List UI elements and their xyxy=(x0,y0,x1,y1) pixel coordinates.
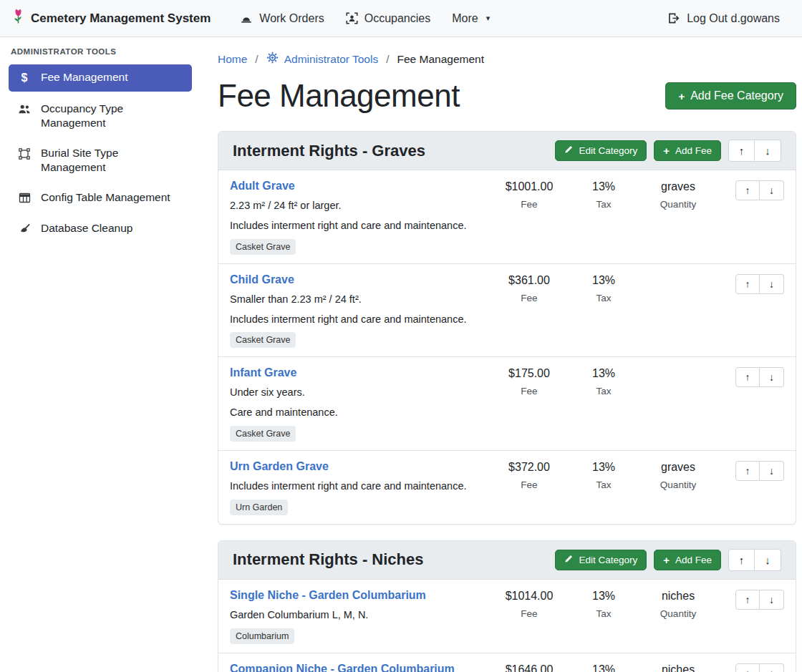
fee-row-infant-grave: Infant Grave Under six years. Care and m… xyxy=(218,357,796,451)
fee-amount: $175.00 xyxy=(489,367,569,380)
brand-title: Cemetery Management System xyxy=(31,11,211,26)
sidebar-item-occupancy-type-management[interactable]: Occupancy Type Management xyxy=(9,96,192,136)
fee-description: Under six years. xyxy=(230,386,485,399)
add-fee-category-label: Add Fee Category xyxy=(690,89,783,102)
fee-reorder-group: ↑ ↓ xyxy=(718,663,784,672)
move-fee-up-button[interactable]: ↑ xyxy=(735,274,760,294)
logout-icon xyxy=(667,12,680,24)
arrow-down-icon: ↓ xyxy=(769,465,774,477)
table-icon xyxy=(17,191,32,203)
fee-row-child-grave: Child Grave Smaller than 2.23 m² / 24 ft… xyxy=(218,264,796,358)
add-fee-category-button[interactable]: + Add Fee Category xyxy=(665,82,796,109)
move-fee-up-button[interactable]: ↑ xyxy=(735,663,760,672)
fee-name-link[interactable]: Single Niche - Garden Columbarium xyxy=(230,589,426,602)
pencil-icon xyxy=(564,145,573,156)
edit-category-button[interactable]: Edit Category xyxy=(555,550,647,570)
fee-reorder-group: ↑ ↓ xyxy=(718,180,784,200)
move-fee-down-button[interactable]: ↓ xyxy=(760,367,784,387)
arrow-up-icon: ↑ xyxy=(745,668,750,672)
move-fee-up-button[interactable]: ↑ xyxy=(735,367,760,387)
fee-name-link[interactable]: Adult Grave xyxy=(230,180,295,193)
tax-column: 13% Tax xyxy=(569,663,638,672)
fee-name-link[interactable]: Urn Garden Grave xyxy=(230,460,329,473)
move-category-up-button[interactable]: ↑ xyxy=(728,549,755,571)
breadcrumb-admin-tools-link[interactable]: Administrator Tools xyxy=(266,52,379,67)
fee-name-link[interactable]: Companion Niche - Garden Columbarium xyxy=(230,663,455,672)
tax-value: 13% xyxy=(569,663,638,672)
sidebar-item-label: Occupancy Type Management xyxy=(41,102,183,130)
sidebar-item-database-cleanup[interactable]: Database Cleanup xyxy=(9,215,192,241)
add-fee-button[interactable]: + Add Fee xyxy=(654,550,721,570)
tax-value: 13% xyxy=(569,590,638,603)
fee-amount: $372.00 xyxy=(489,461,569,474)
fee-description: Includes interment right and care and ma… xyxy=(230,313,485,326)
tax-label: Tax xyxy=(569,386,638,396)
tax-label: Tax xyxy=(569,293,638,303)
category-title: Interment Rights - Graves xyxy=(233,142,548,160)
sidebar-item-fee-management[interactable]: $ Fee Management xyxy=(9,64,192,92)
move-fee-up-button[interactable]: ↑ xyxy=(735,590,760,610)
admin-sidebar: ADMINISTRATOR TOOLS $ Fee Management Occ… xyxy=(0,37,200,245)
tax-column: 13% Tax xyxy=(569,366,638,396)
move-fee-down-button[interactable]: ↓ xyxy=(760,180,784,200)
quantity-column: graves Quantity xyxy=(638,180,718,210)
arrow-down-icon: ↓ xyxy=(769,668,774,672)
quantity-column xyxy=(638,366,718,367)
arrow-up-icon: ↑ xyxy=(745,185,750,196)
sidebar-item-label: Fee Management xyxy=(41,70,128,84)
fee-description: Smaller than 2.23 m² / 24 ft². xyxy=(230,293,485,306)
quantity-value: graves xyxy=(638,180,718,193)
vector-square-icon xyxy=(17,147,32,160)
fee-amount-label: Fee xyxy=(489,608,569,619)
sidebar-item-config-table-management[interactable]: Config Table Management xyxy=(9,185,192,210)
fee-amount-column: $175.00 Fee xyxy=(489,366,569,396)
fee-type-badge: Casket Grave xyxy=(230,239,296,255)
add-fee-button[interactable]: + Add Fee xyxy=(654,140,721,161)
nav-more-menu[interactable]: More ▾ xyxy=(441,6,501,31)
move-fee-down-button[interactable]: ↓ xyxy=(760,663,784,672)
fee-amount-column: $1001.00 Fee xyxy=(489,180,569,210)
quantity-label: Quantity xyxy=(638,479,718,490)
category-reorder-group: ↑ ↓ xyxy=(728,140,781,162)
move-fee-up-button[interactable]: ↑ xyxy=(735,461,760,481)
quantity-column: graves Quantity xyxy=(638,460,718,490)
page-title: Fee Management xyxy=(218,78,460,114)
plus-icon: + xyxy=(663,145,670,156)
fee-description: Garden Columbarium L, M, N. xyxy=(230,608,485,622)
move-fee-down-button[interactable]: ↓ xyxy=(760,590,784,610)
quantity-label: Quantity xyxy=(638,608,718,619)
tulip-logo-icon xyxy=(11,8,25,29)
tax-label: Tax xyxy=(569,199,638,210)
pencil-icon xyxy=(564,555,573,565)
edit-category-button[interactable]: Edit Category xyxy=(555,140,647,161)
fee-amount-label: Fee xyxy=(489,386,569,396)
tax-value: 13% xyxy=(569,274,638,287)
move-fee-down-button[interactable]: ↓ xyxy=(760,274,784,294)
app-window: Cemetery Management System Work Orders xyxy=(0,0,802,672)
brand-home-link[interactable]: Cemetery Management System xyxy=(11,8,211,29)
sidebar-item-label: Database Cleanup xyxy=(41,221,132,235)
fee-name-link[interactable]: Infant Grave xyxy=(230,366,296,379)
fee-amount-label: Fee xyxy=(489,293,569,303)
move-category-down-button[interactable]: ↓ xyxy=(755,140,781,162)
nav-work-orders[interactable]: Work Orders xyxy=(229,6,334,31)
logout-button[interactable]: Log Out d.gowans xyxy=(657,6,791,31)
move-fee-down-button[interactable]: ↓ xyxy=(760,461,784,481)
sidebar-item-label: Burial Site Type Management xyxy=(41,146,183,175)
sidebar-item-label: Config Table Management xyxy=(41,190,170,205)
move-fee-up-button[interactable]: ↑ xyxy=(735,180,760,200)
arrow-up-icon: ↑ xyxy=(745,278,750,290)
breadcrumb-home-link[interactable]: Home xyxy=(218,53,247,66)
move-category-down-button[interactable]: ↓ xyxy=(755,549,781,571)
nav-occupancies[interactable]: Occupancies xyxy=(335,6,442,31)
fee-amount-column: $1014.00 Fee xyxy=(489,589,569,619)
fee-reorder-group: ↑ ↓ xyxy=(718,366,784,387)
fee-amount-column: $1646.00 Fee xyxy=(489,663,569,672)
tax-label: Tax xyxy=(569,608,638,619)
move-category-up-button[interactable]: ↑ xyxy=(728,140,755,162)
top-navbar: Cemetery Management System Work Orders xyxy=(0,0,802,37)
sidebar-item-burial-site-type-management[interactable]: Burial Site Type Management xyxy=(9,140,192,180)
breadcrumb-section-label: Administrator Tools xyxy=(284,53,379,66)
fee-name-link[interactable]: Child Grave xyxy=(230,273,294,286)
fee-description: 2.23 m² / 24 ft² or larger. xyxy=(230,199,485,213)
